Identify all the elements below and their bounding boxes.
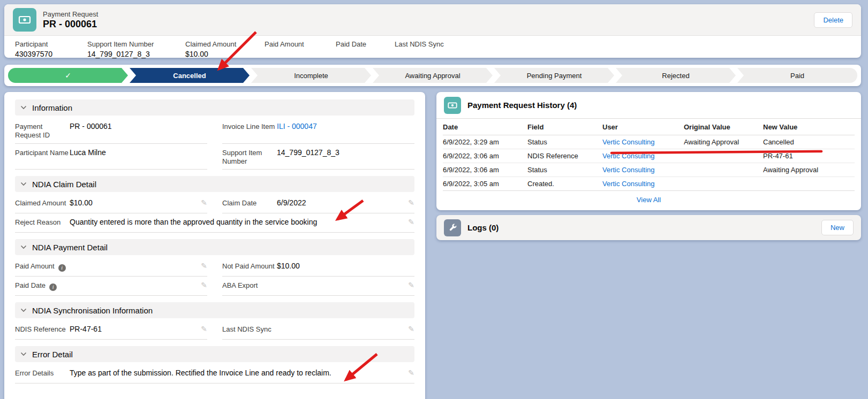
edit-pencil-icon[interactable]: ✎: [404, 280, 414, 289]
view-all-link[interactable]: View All: [443, 191, 855, 209]
highlight-field-support-item-number: Support Item Number 14_799_0127_8_3: [87, 40, 185, 58]
field-error-details: Error Details Type as part of the submis…: [15, 364, 414, 383]
history-column-headers: Date Field User Original Value New Value: [443, 119, 855, 135]
chevron-down-icon: [19, 243, 28, 251]
path-stage-rejected[interactable]: Rejected: [616, 68, 736, 83]
history-row: 6/9/2022, 3:06 am NDIS Reference Vertic …: [443, 149, 855, 163]
field-not-paid-amount: Not Paid Amount $10.00: [222, 257, 414, 277]
wrench-icon: [444, 219, 461, 236]
field-aba-export: ABA Export ✎: [222, 277, 414, 296]
highlight-field-paid-date: Paid Date: [336, 40, 395, 58]
new-log-button[interactable]: New: [821, 220, 854, 235]
field-paid-date: Paid Datei ✎: [15, 277, 207, 296]
highlight-field-claimed-amount: Claimed Amount $10.00: [185, 40, 265, 58]
chevron-down-icon: [19, 103, 28, 112]
chevron-down-icon: [19, 306, 28, 314]
record-detail-panel: Information Payment Request ID PR - 0000…: [4, 92, 425, 399]
highlights-fields-row: Participant 430397570 Support Item Numbe…: [4, 35, 861, 58]
path-stage-paid[interactable]: Paid: [737, 68, 857, 83]
payment-request-icon: [13, 8, 36, 32]
record-highlights-panel: Payment Request PR - 000061 Delete Parti…: [4, 4, 861, 58]
section-header-error-detail[interactable]: Error Detail: [15, 346, 414, 362]
record-title-row: Payment Request PR - 000061 Delete: [4, 4, 861, 35]
path-stage-pending-payment[interactable]: Pending Payment: [494, 68, 614, 83]
field-reject-reason: Reject Reason Quantity entered is more t…: [15, 213, 414, 233]
edit-pencil-icon[interactable]: ✎: [197, 198, 207, 207]
record-type-label: Payment Request: [43, 10, 98, 18]
edit-pencil-icon[interactable]: ✎: [404, 368, 414, 377]
user-link[interactable]: Vertic Consulting: [602, 138, 684, 146]
field-support-item-number: Support Item Number 14_799_0127_8_3: [222, 144, 414, 170]
field-participant-name: Participant Name Luca Milne: [15, 144, 207, 170]
user-link[interactable]: Vertic Consulting: [602, 152, 684, 160]
info-icon[interactable]: i: [58, 264, 66, 272]
page-title: PR - 000061: [43, 19, 98, 30]
path-stage-awaiting-approval[interactable]: Awaiting Approval: [373, 68, 493, 83]
info-icon[interactable]: i: [49, 283, 57, 291]
history-row: 6/9/2022, 3:06 am Status Vertic Consulti…: [443, 163, 855, 177]
path-stage-incomplete[interactable]: Incomplete: [251, 68, 371, 83]
highlight-field-participant: Participant 430397570: [15, 40, 87, 58]
section-header-ndia-payment-detail[interactable]: NDIA Payment Detail: [15, 239, 414, 255]
highlight-field-paid-amount: Paid Amount: [265, 40, 336, 58]
edit-pencil-icon[interactable]: ✎: [404, 198, 414, 207]
history-row: 6/9/2022, 3:29 am Status Vertic Consulti…: [443, 135, 855, 149]
history-row: 6/9/2022, 3:05 am Created. Vertic Consul…: [443, 177, 855, 191]
highlight-field-last-ndis-sync: Last NDIS Sync: [395, 40, 480, 58]
field-paid-amount: Paid Amounti ✎: [15, 257, 207, 277]
check-icon: ✓: [65, 71, 71, 80]
user-link[interactable]: Vertic Consulting: [602, 180, 684, 188]
path-stage-cancelled[interactable]: Cancelled: [130, 68, 250, 83]
edit-pencil-icon[interactable]: ✎: [197, 280, 207, 289]
logs-title: Logs (0): [467, 223, 499, 232]
page: { "colors": { "brand_blue": "#0b70d2", "…: [0, 0, 868, 399]
field-ndis-reference: NDIS Reference PR-47-61 ✎: [15, 320, 207, 340]
history-table: Date Field User Original Value New Value…: [436, 119, 861, 209]
user-link[interactable]: Vertic Consulting: [602, 166, 684, 174]
payment-request-history-panel: Payment Request History (4) Date Field U…: [436, 92, 861, 210]
chevron-down-icon: [19, 350, 28, 358]
edit-pencil-icon[interactable]: ✎: [197, 324, 207, 333]
edit-pencil-icon[interactable]: ✎: [404, 217, 414, 226]
delete-button[interactable]: Delete: [814, 12, 852, 28]
history-header: Payment Request History (4): [436, 92, 861, 119]
field-last-ndis-sync: Last NDIS Sync ✎: [222, 320, 414, 340]
field-claimed-amount: Claimed Amount $10.00 ✎: [15, 194, 207, 213]
section-header-information[interactable]: Information: [15, 99, 414, 116]
payment-request-history-icon: [444, 97, 461, 114]
path-stage-completed[interactable]: ✓: [8, 68, 128, 83]
section-header-ndia-claim-detail[interactable]: NDIA Claim Detail: [15, 176, 414, 192]
history-title: Payment Request History (4): [467, 101, 577, 110]
field-claim-date: Claim Date 6/9/2022 ✎: [222, 194, 414, 213]
field-payment-request-id: Payment Request ID PR - 000061: [15, 118, 207, 144]
logs-panel: Logs (0) New: [436, 215, 861, 240]
invoice-line-item-link[interactable]: ILI - 000047: [276, 121, 414, 131]
edit-pencil-icon[interactable]: ✎: [197, 261, 207, 270]
status-path: ✓ Cancelled Incomplete Awaiting Approval…: [4, 65, 861, 86]
edit-pencil-icon[interactable]: ✎: [404, 324, 414, 333]
chevron-down-icon: [19, 180, 28, 188]
section-header-ndia-synchronisation-information[interactable]: NDIA Synchronisation Information: [15, 302, 414, 318]
field-invoice-line-item: Invoice Line Item ILI - 000047: [222, 118, 414, 144]
